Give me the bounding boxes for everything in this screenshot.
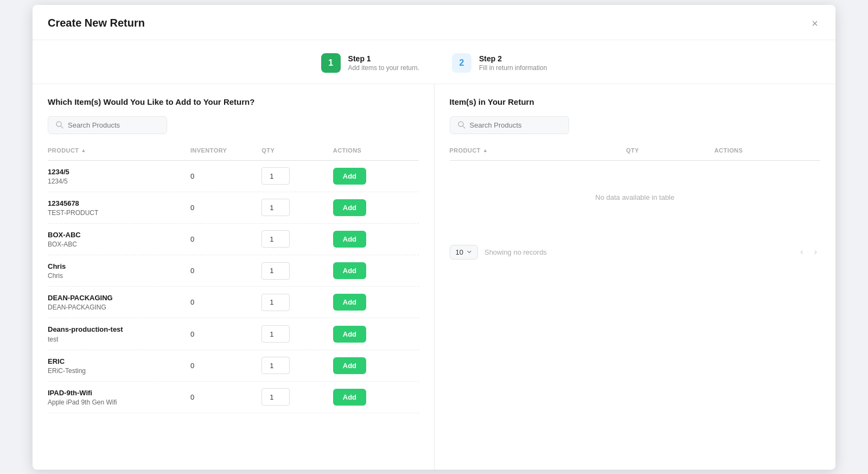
left-col-inventory: INVENTORY xyxy=(190,145,261,156)
inventory-cell-0: 0 xyxy=(190,172,261,180)
product-name-7: IPAD-9th-Wifi xyxy=(48,388,190,398)
add-button-4[interactable]: Add xyxy=(333,294,366,311)
page-size-value: 10 xyxy=(456,248,463,256)
qty-input-7[interactable] xyxy=(261,388,290,406)
right-panel: Item(s) in Your Return PRODUCT ▲ QTY ACT… xyxy=(435,84,836,470)
right-search-icon xyxy=(458,121,465,129)
step-2: 2 Step 2 Fill in return information xyxy=(452,53,547,73)
qty-cell-2 xyxy=(261,230,333,248)
actions-cell-4: Add xyxy=(333,294,419,311)
pagination-bar: 10 Showing no records ‹ › xyxy=(450,245,821,260)
no-data-message: No data available in table xyxy=(450,161,821,234)
right-panel-title: Item(s) in Your Return xyxy=(450,97,821,106)
actions-cell-2: Add xyxy=(333,231,419,248)
product-name-1: 12345678 xyxy=(48,199,190,208)
product-sub-3: Chris xyxy=(48,272,190,280)
right-col-product: PRODUCT ▲ xyxy=(450,145,626,156)
step-1-number: 1 xyxy=(321,53,341,73)
product-name-6: ERIC xyxy=(48,357,190,366)
qty-cell-7 xyxy=(261,388,333,406)
product-sub-2: BOX-ABC xyxy=(48,241,190,248)
right-search-input[interactable] xyxy=(470,121,561,129)
step-1-info: Step 1 Add items to your return. xyxy=(348,54,419,72)
add-button-7[interactable]: Add xyxy=(333,389,366,406)
qty-input-2[interactable] xyxy=(261,230,290,248)
qty-input-3[interactable] xyxy=(261,262,290,280)
inventory-cell-1: 0 xyxy=(190,204,261,212)
product-name-5: Deans-production-test xyxy=(48,325,190,334)
add-button-5[interactable]: Add xyxy=(333,326,366,343)
add-button-3[interactable]: Add xyxy=(333,262,366,279)
prev-page-button[interactable]: ‹ xyxy=(797,246,806,258)
inventory-cell-4: 0 xyxy=(190,298,261,306)
next-page-button[interactable]: › xyxy=(811,246,820,258)
qty-cell-6 xyxy=(261,357,333,374)
step-1-description: Add items to your return. xyxy=(348,64,419,72)
modal-title: Create New Return xyxy=(48,17,145,29)
svg-line-1 xyxy=(61,126,63,128)
product-cell-1: 12345678 TEST-PRODUCT xyxy=(48,199,190,217)
actions-cell-1: Add xyxy=(333,199,419,216)
add-button-2[interactable]: Add xyxy=(333,231,366,248)
qty-cell-3 xyxy=(261,262,333,280)
product-cell-0: 1234/5 1234/5 xyxy=(48,167,190,185)
product-sub-1: TEST-PRODUCT xyxy=(48,209,190,217)
qty-input-4[interactable] xyxy=(261,294,290,311)
chevron-down-icon xyxy=(467,249,472,255)
add-button-6[interactable]: Add xyxy=(333,357,366,374)
step-2-info: Step 2 Fill in return information xyxy=(479,54,547,72)
right-col-qty: QTY xyxy=(626,145,714,156)
add-button-1[interactable]: Add xyxy=(333,199,366,216)
product-cell-4: DEAN-PACKAGING DEAN-PACKAGING xyxy=(48,293,190,311)
left-search-icon xyxy=(56,121,63,129)
product-sub-6: ERiC-Testing xyxy=(48,367,190,375)
product-name-2: BOX-ABC xyxy=(48,230,190,240)
actions-cell-3: Add xyxy=(333,262,419,279)
product-sub-5: test xyxy=(48,336,190,343)
left-col-actions: ACTIONS xyxy=(333,145,419,156)
product-sub-7: Apple iPad 9th Gen Wifi xyxy=(48,399,190,406)
showing-text: Showing no records xyxy=(484,248,790,256)
qty-cell-0 xyxy=(261,167,333,185)
step-2-label: Step 2 xyxy=(479,54,547,63)
product-name-4: DEAN-PACKAGING xyxy=(48,293,190,303)
left-table-row: BOX-ABC BOX-ABC 0 Add xyxy=(48,224,419,255)
left-col-product: PRODUCT ▲ xyxy=(48,145,190,156)
left-col-qty: QTY xyxy=(261,145,333,156)
left-search-input[interactable] xyxy=(68,121,159,129)
actions-cell-6: Add xyxy=(333,357,419,374)
left-panel: Which Item(s) Would You Like to Add to Y… xyxy=(33,84,435,470)
left-table-row: Chris Chris 0 Add xyxy=(48,255,419,287)
add-button-0[interactable]: Add xyxy=(333,168,366,185)
close-button[interactable]: × xyxy=(809,16,820,31)
qty-input-1[interactable] xyxy=(261,199,290,216)
page-size-selector[interactable]: 10 xyxy=(450,245,478,260)
inventory-cell-5: 0 xyxy=(190,330,261,338)
content-area: Which Item(s) Would You Like to Add to Y… xyxy=(33,84,835,470)
create-return-modal: Create New Return × 1 Step 1 Add items t… xyxy=(33,5,835,470)
qty-cell-4 xyxy=(261,294,333,311)
product-cell-7: IPAD-9th-Wifi Apple iPad 9th Gen Wifi xyxy=(48,388,190,406)
qty-input-5[interactable] xyxy=(261,325,290,343)
qty-cell-5 xyxy=(261,325,333,343)
qty-cell-1 xyxy=(261,199,333,216)
actions-cell-5: Add xyxy=(333,326,419,343)
inventory-cell-2: 0 xyxy=(190,235,261,243)
product-cell-3: Chris Chris xyxy=(48,262,190,280)
right-search-box[interactable] xyxy=(450,116,569,134)
product-cell-5: Deans-production-test test xyxy=(48,325,190,343)
left-search-box[interactable] xyxy=(48,116,167,134)
left-table-body: 1234/5 1234/5 0 Add 12345678 TEST-PRODUC… xyxy=(48,161,419,414)
page-navigation: ‹ › xyxy=(797,246,820,258)
right-col-actions: ACTIONS xyxy=(714,145,820,156)
inventory-cell-7: 0 xyxy=(190,393,261,401)
left-table-row: DEAN-PACKAGING DEAN-PACKAGING 0 Add xyxy=(48,287,419,318)
qty-input-0[interactable] xyxy=(261,167,290,185)
left-table-header: PRODUCT ▲ INVENTORY QTY ACTIONS xyxy=(48,145,419,161)
step-1: 1 Step 1 Add items to your return. xyxy=(321,53,419,73)
actions-cell-0: Add xyxy=(333,168,419,185)
step-2-number: 2 xyxy=(452,53,471,73)
modal-header: Create New Return × xyxy=(33,5,835,40)
qty-input-6[interactable] xyxy=(261,357,290,374)
product-sub-4: DEAN-PACKAGING xyxy=(48,304,190,311)
